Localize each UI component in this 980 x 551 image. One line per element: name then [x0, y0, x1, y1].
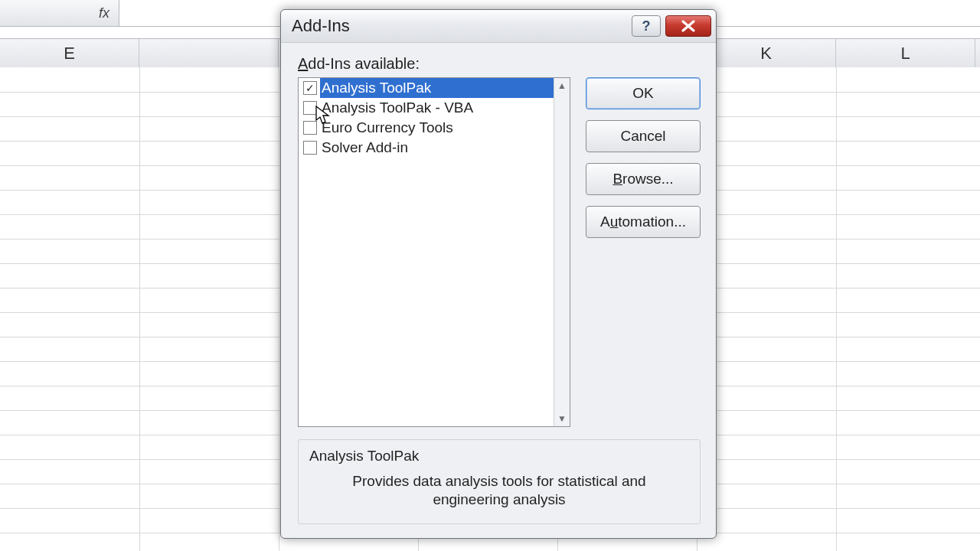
- description-text: Provides data analysis tools for statist…: [309, 472, 689, 510]
- checkbox[interactable]: [303, 121, 317, 135]
- list-item[interactable]: Euro Currency Tools: [299, 118, 554, 138]
- dialog-button-column: OK Cancel Browse... Automation...: [586, 77, 701, 427]
- list-item-label: Solver Add-in: [320, 138, 554, 158]
- col-header-l[interactable]: L: [836, 39, 975, 68]
- dialog-body: Add-Ins available: ✓ Analysis ToolPak An…: [281, 43, 716, 538]
- addins-dialog: Add-Ins ? Add-Ins available: ✓ Analysis …: [280, 9, 717, 539]
- cancel-button[interactable]: Cancel: [586, 120, 701, 152]
- list-item-label: Analysis ToolPak: [320, 78, 554, 98]
- close-icon: [680, 19, 697, 33]
- addins-listbox[interactable]: ✓ Analysis ToolPak Analysis ToolPak - VB…: [298, 77, 570, 427]
- scroll-down-icon[interactable]: ▼: [556, 412, 568, 425]
- list-item[interactable]: Solver Add-in: [299, 138, 554, 158]
- col-header-k[interactable]: K: [697, 39, 836, 68]
- checkbox[interactable]: ✓: [303, 81, 317, 95]
- question-icon: ?: [642, 18, 651, 34]
- list-item-label: Analysis ToolPak - VBA: [320, 98, 554, 118]
- fx-icon: fx: [0, 0, 119, 26]
- help-button[interactable]: ?: [632, 15, 661, 37]
- description-frame: Analysis ToolPak Provides data analysis …: [298, 439, 701, 524]
- checkbox[interactable]: [303, 141, 317, 155]
- list-item-label: Euro Currency Tools: [320, 118, 554, 138]
- browse-button[interactable]: Browse...: [586, 163, 701, 195]
- list-item[interactable]: Analysis ToolPak - VBA: [299, 98, 554, 118]
- listbox-scrollbar[interactable]: ▲ ▼: [554, 78, 570, 426]
- col-header[interactable]: [139, 39, 279, 68]
- col-header-e[interactable]: E: [0, 39, 139, 68]
- close-button[interactable]: [665, 15, 711, 37]
- automation-button[interactable]: Automation...: [586, 206, 701, 238]
- available-label: Add-Ins available:: [298, 55, 701, 73]
- checkbox[interactable]: [303, 101, 317, 115]
- description-title: Analysis ToolPak: [309, 448, 689, 465]
- dialog-title: Add-Ins: [292, 16, 632, 36]
- ok-button[interactable]: OK: [586, 77, 701, 109]
- scroll-up-icon[interactable]: ▲: [556, 80, 568, 92]
- dialog-titlebar[interactable]: Add-Ins ?: [281, 10, 716, 43]
- list-item[interactable]: ✓ Analysis ToolPak: [299, 78, 554, 98]
